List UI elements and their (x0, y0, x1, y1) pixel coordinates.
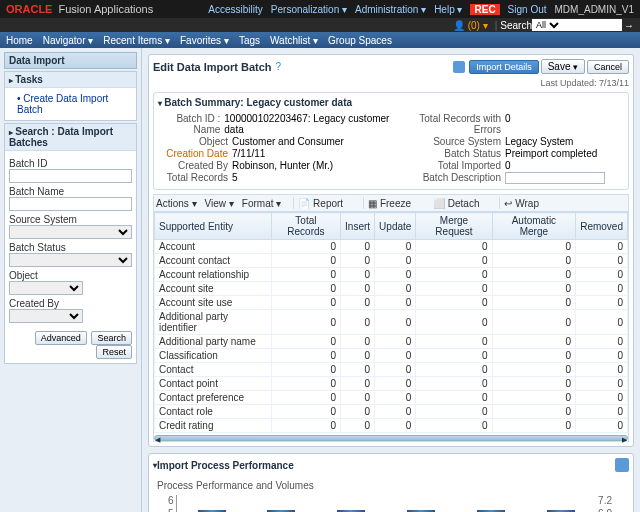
table-row[interactable]: Contact000000 (155, 363, 628, 377)
batch-name-label: Batch Name (9, 186, 132, 197)
advanced-button[interactable]: Advanced (35, 331, 87, 345)
freeze-button[interactable]: ▦ Freeze (368, 198, 419, 209)
detach-button[interactable]: ⬜ Detach (433, 198, 487, 209)
table-row[interactable]: Additional party identifier000000 (155, 310, 628, 335)
col-header[interactable]: Removed (576, 213, 628, 240)
search-button[interactable]: Search (91, 331, 132, 345)
table-row[interactable]: Account site use000000 (155, 296, 628, 310)
chart-subtitle: Process Performance and Volumes (157, 480, 625, 491)
wrap-button[interactable]: ↩ Wrap (504, 198, 547, 209)
table-row[interactable]: Additional party name000000 (155, 335, 628, 349)
object-label: Object (9, 270, 132, 281)
help-icon[interactable]: ? (276, 61, 282, 72)
tasks-header[interactable]: Tasks (5, 72, 136, 88)
perf-header[interactable]: Import Process Performance (157, 460, 294, 471)
table-row[interactable]: Credit rating000000 (155, 419, 628, 433)
create-batch-link[interactable]: • Create Data Import Batch (9, 92, 132, 116)
administration-menu[interactable]: Administration ▾ (355, 4, 426, 15)
table-row[interactable]: Account contact000000 (155, 254, 628, 268)
user-name: MDM_ADMIN_V1 (555, 4, 634, 15)
menu-favorites[interactable]: Favorites ▾ (180, 35, 229, 46)
table-row[interactable]: Contact role000000 (155, 405, 628, 419)
batch-description-input[interactable] (505, 172, 605, 184)
col-header[interactable]: Total Records (271, 213, 340, 240)
user-icon: 👤 (0) ▾ (453, 20, 488, 31)
personalization-menu[interactable]: Personalization ▾ (271, 4, 347, 15)
chart-line (177, 495, 597, 512)
accessibility-link[interactable]: Accessibility (208, 4, 262, 15)
app-name: Fusion Applications (58, 3, 153, 15)
brand-badge: REC (470, 4, 499, 15)
y-axis-left-label: Number of Records (157, 495, 166, 512)
h-scrollbar[interactable] (154, 435, 628, 441)
menu-navigator[interactable]: Navigator ▾ (43, 35, 94, 46)
search-label: Search (500, 20, 532, 31)
batch-name-input[interactable] (9, 197, 132, 211)
entity-table: Actions ▾ View ▾ Format ▾ 📄 Report ▦ Fre… (153, 194, 629, 442)
menu-tags[interactable]: Tags (239, 35, 260, 46)
report-button[interactable]: 📄 Report (298, 198, 351, 209)
batch-id-label: Batch ID (9, 158, 132, 169)
col-header[interactable]: Automatic Merge (492, 213, 576, 240)
menu-group-spaces[interactable]: Group Spaces (328, 35, 392, 46)
global-search-input[interactable] (562, 19, 622, 31)
col-header[interactable]: Insert (341, 213, 375, 240)
table-row[interactable]: Account relationship000000 (155, 268, 628, 282)
sidebar: Data Import Tasks • Create Data Import B… (0, 48, 142, 512)
signout-link[interactable]: Sign Out (508, 4, 547, 15)
source-system-select[interactable] (9, 225, 132, 239)
menu-watchlist[interactable]: Watchlist ▾ (270, 35, 318, 46)
action-icon[interactable] (453, 61, 465, 73)
reset-button[interactable]: Reset (96, 345, 132, 359)
table-row[interactable]: Classification000000 (155, 349, 628, 363)
refresh-icon[interactable] (615, 458, 629, 472)
batch-id-input[interactable] (9, 169, 132, 183)
table-row[interactable]: Contact point000000 (155, 377, 628, 391)
cancel-button[interactable]: Cancel (587, 60, 629, 74)
global-search-bar: 👤 (0) ▾ | Search All → (0, 18, 640, 32)
view-menu[interactable]: View ▾ (205, 198, 234, 209)
oracle-logo: ORACLE (6, 3, 52, 15)
global-header: ORACLE Fusion Applications Accessibility… (0, 0, 640, 18)
batch-status-label: Batch Status (9, 242, 132, 253)
created-by-select[interactable] (9, 309, 83, 323)
col-header[interactable]: Supported Entity (155, 213, 272, 240)
table-row[interactable]: Account site000000 (155, 282, 628, 296)
batch-status-select[interactable] (9, 253, 132, 267)
summary-header[interactable]: Batch Summary: Legacy customer data (158, 97, 624, 108)
source-system-label: Source System (9, 214, 132, 225)
actions-menu[interactable]: Actions ▾ (156, 198, 197, 209)
menu-bar: Home Navigator ▾ Recent Items ▾ Favorite… (0, 32, 640, 48)
content-area: Edit Data Import Batch ? Import Details … (142, 48, 640, 512)
col-header[interactable]: Merge Request (416, 213, 492, 240)
search-header[interactable]: Search : Data Import Batches (5, 124, 136, 151)
col-header[interactable]: Update (375, 213, 416, 240)
menu-recent[interactable]: Recent Items ▾ (103, 35, 170, 46)
help-menu[interactable]: Help ▾ (434, 4, 462, 15)
created-by-label: Created By (9, 298, 132, 309)
save-button[interactable]: Save ▾ (541, 59, 585, 74)
search-go-icon[interactable]: → (624, 20, 634, 31)
menu-home[interactable]: Home (6, 35, 33, 46)
table-row[interactable]: Account000000 (155, 240, 628, 254)
table-row[interactable]: Contact preference000000 (155, 391, 628, 405)
chart-bars (176, 495, 597, 512)
last-updated: Last Updated: 7/13/11 (153, 78, 629, 88)
import-details-button[interactable]: Import Details (469, 60, 539, 74)
sidebar-title: Data Import (4, 52, 137, 69)
page-title: Edit Data Import Batch (153, 61, 272, 73)
format-menu[interactable]: Format ▾ (242, 198, 281, 209)
search-scope-select[interactable]: All (532, 19, 562, 31)
object-select[interactable] (9, 281, 83, 295)
y-axis-right-label: Time Taken in Min... (614, 495, 623, 512)
